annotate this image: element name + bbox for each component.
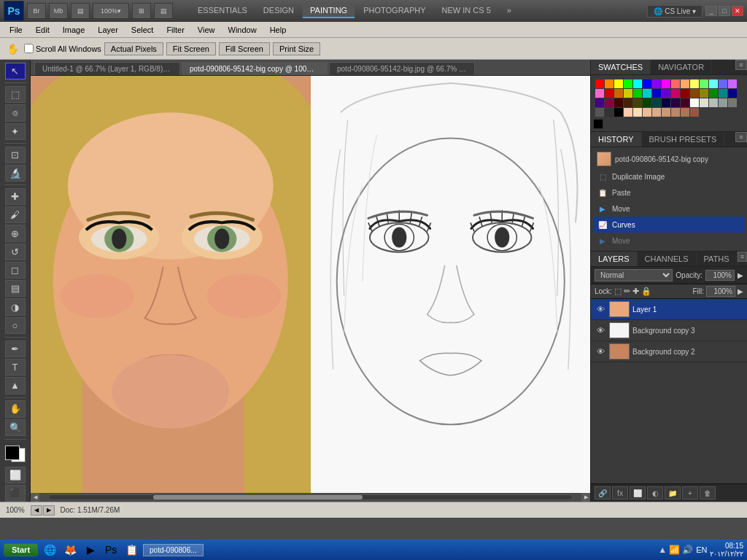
swatch-ffff66[interactable]: [690, 79, 699, 88]
layers-panel-menu[interactable]: ≡: [738, 252, 747, 262]
swatch-ffaa66[interactable]: [681, 79, 689, 88]
tab-painting[interactable]: PAINTING: [303, 4, 355, 18]
swatch-008800[interactable]: [709, 89, 718, 98]
swatch-000044[interactable]: [662, 98, 670, 107]
taskbar-firefox-icon[interactable]: 🦊: [61, 541, 79, 559]
layer-item-1[interactable]: 👁 Background copy 3: [591, 320, 747, 341]
foreground-color[interactable]: [5, 446, 20, 460]
swatch-00cc00[interactable]: [633, 89, 642, 98]
zoom-display[interactable]: 100% ▾: [93, 3, 129, 19]
swatch-888800[interactable]: [700, 89, 708, 98]
scroll-thumb-h[interactable]: [153, 495, 363, 499]
swatch-555555[interactable]: [595, 108, 604, 117]
blend-mode-select[interactable]: Normal: [595, 269, 673, 281]
tab-brush-presets[interactable]: BRUSH PRESETS: [642, 132, 725, 147]
swatch-ffff00[interactable]: [614, 79, 623, 88]
scroll-all-checkbox[interactable]: [24, 44, 34, 53]
swatch-66ffff[interactable]: [709, 79, 718, 88]
swatch-ddaa88[interactable]: [652, 108, 661, 117]
swatch-999999[interactable]: [719, 98, 727, 107]
swatch-0000cc[interactable]: [652, 89, 661, 98]
history-item-1[interactable]: ⬚ Duplicate Image: [593, 168, 745, 184]
swatch-440000[interactable]: [614, 98, 623, 107]
pen-tool[interactable]: ✒: [5, 341, 26, 357]
tab-photography[interactable]: PHOTOGRAPHY: [356, 4, 433, 18]
layer-link-btn[interactable]: 🔗: [595, 486, 611, 499]
fill-screen-button[interactable]: Fill Screen: [219, 42, 270, 55]
swatch-ff6666[interactable]: [671, 79, 680, 88]
taskbar-media-icon[interactable]: ▶: [82, 541, 99, 559]
color-picker[interactable]: [5, 446, 26, 462]
layer-eye-1[interactable]: 👁: [595, 324, 606, 336]
swatch-440022[interactable]: [681, 98, 689, 107]
actual-pixels-button[interactable]: Actual Pixels: [104, 42, 163, 55]
swatch-ff8800[interactable]: [605, 79, 614, 88]
lock-move-icon[interactable]: ✚: [632, 287, 639, 296]
tab-channels[interactable]: CHANNELS: [638, 252, 697, 266]
swatch-00cccc[interactable]: [643, 89, 651, 98]
swatch-004444[interactable]: [652, 98, 661, 107]
menu-window[interactable]: Window: [222, 24, 263, 36]
status-nav-right[interactable]: ▶: [43, 505, 55, 516]
status-nav-left[interactable]: ◀: [31, 505, 42, 516]
move-tool[interactable]: ↖: [5, 63, 26, 79]
menu-select[interactable]: Select: [125, 24, 160, 36]
file-menu-icon[interactable]: ▤: [71, 3, 90, 19]
tab-swatches[interactable]: SWATCHES: [591, 60, 651, 74]
swatch-6666ff[interactable]: [719, 79, 727, 88]
swatch-bb8866[interactable]: [671, 108, 680, 117]
minimize-button[interactable]: _: [705, 6, 717, 16]
menu-help[interactable]: Help: [264, 24, 293, 36]
swatch-6600cc[interactable]: [662, 89, 670, 98]
swatch-444400[interactable]: [633, 98, 642, 107]
cs-live-button[interactable]: 🌐 CS Live ▾: [647, 5, 703, 18]
close-button[interactable]: ✕: [732, 6, 743, 16]
history-item-5[interactable]: ▶ Move: [593, 233, 745, 249]
history-item-2[interactable]: 📋 Paste: [593, 184, 745, 201]
history-brush-tool[interactable]: ↺: [5, 244, 26, 260]
menu-file[interactable]: File: [4, 24, 28, 36]
menu-view[interactable]: View: [192, 24, 221, 36]
layer-delete-btn[interactable]: 🗑: [700, 486, 716, 499]
tab-navigator[interactable]: NAVIGATOR: [651, 60, 712, 74]
scroll-track-h[interactable]: [48, 494, 573, 500]
taskbar-app-icon[interactable]: 📋: [123, 541, 140, 559]
clone-tool[interactable]: ⊕: [5, 225, 26, 241]
text-tool[interactable]: T: [5, 359, 26, 376]
layer-eye-0[interactable]: 👁: [595, 303, 606, 315]
swatch-bbbbbb[interactable]: [709, 98, 718, 107]
scroll-right-btn[interactable]: ▶: [581, 493, 590, 502]
zoom-tool[interactable]: 🔍: [5, 419, 26, 436]
swatch-8800ff[interactable]: [652, 79, 661, 88]
swatch-884400[interactable]: [690, 89, 699, 98]
taskbar-ps-icon[interactable]: Ps: [102, 541, 120, 559]
swatch-008888[interactable]: [719, 89, 727, 98]
swatch-cc66ff[interactable]: [728, 79, 737, 88]
layer-mask-btn[interactable]: ⬜: [630, 486, 646, 499]
swatch-ffddbb[interactable]: [633, 108, 642, 117]
tab-potd-copy[interactable]: potd-090806-95142-big copy @ 100% (Layer…: [182, 62, 328, 75]
tab-untitled[interactable]: Untitled-1 @ 66.7% (Layer 1, RGB/8) ✕: [34, 62, 180, 75]
print-size-button[interactable]: Print Size: [273, 42, 320, 55]
quick-select-tool[interactable]: ✦: [5, 123, 26, 140]
swatch-220044[interactable]: [671, 98, 680, 107]
lock-all-icon[interactable]: 🔒: [641, 287, 651, 296]
swatch-ffccaa[interactable]: [624, 108, 632, 117]
swatch-880000[interactable]: [681, 89, 689, 98]
arrangement-icon[interactable]: ⊞: [132, 3, 151, 19]
swatch-ff00ff[interactable]: [662, 79, 670, 88]
menu-layer[interactable]: Layer: [92, 24, 124, 36]
swatch-880044[interactable]: [605, 98, 614, 107]
blur-tool[interactable]: ◑: [5, 298, 26, 315]
lock-pixel-icon[interactable]: ⬚: [614, 287, 622, 296]
swatch-cc0066[interactable]: [671, 89, 680, 98]
swatch-004400[interactable]: [643, 98, 651, 107]
eraser-tool[interactable]: ◻: [5, 262, 26, 279]
swatch-cc9977[interactable]: [662, 108, 670, 117]
taskbar-ps-app[interactable]: potd-090806...: [143, 544, 204, 556]
black-swatch[interactable]: [593, 119, 603, 129]
tab-history[interactable]: HISTORY: [591, 132, 642, 147]
swatch-66ff66[interactable]: [700, 79, 708, 88]
layer-adjust-btn[interactable]: ◐: [647, 486, 663, 499]
tab-new-cs5[interactable]: NEW IN CS 5: [435, 4, 498, 18]
